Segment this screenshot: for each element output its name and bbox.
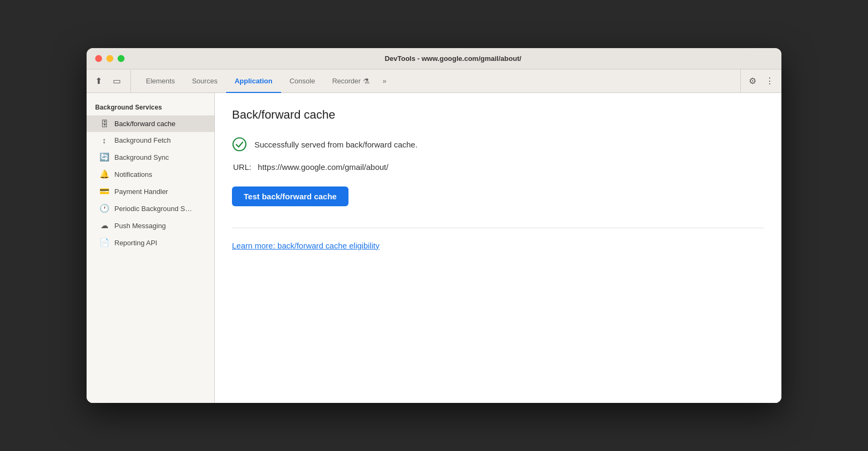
settings-button[interactable]: ⚙ bbox=[745, 74, 760, 89]
sync-icon: 🔄 bbox=[99, 152, 109, 162]
test-cache-button[interactable]: Test back/forward cache bbox=[232, 186, 348, 206]
url-label: URL: bbox=[233, 162, 251, 172]
tab-elements[interactable]: Elements bbox=[137, 70, 183, 93]
recorder-label: Recorder bbox=[332, 77, 360, 85]
bell-icon: 🔔 bbox=[99, 169, 109, 179]
sidebar-item-back-forward-cache[interactable]: 🗄 Back/forward cache bbox=[87, 115, 214, 132]
sidebar-label-back-forward-cache: Back/forward cache bbox=[114, 120, 175, 128]
more-tabs-button[interactable]: » bbox=[378, 69, 391, 92]
content-title: Back/forward cache bbox=[232, 108, 764, 122]
sidebar-item-push-messaging[interactable]: ☁ Push Messaging bbox=[87, 217, 214, 234]
content-panel: Back/forward cache Successfully served f… bbox=[215, 93, 781, 403]
success-check-icon bbox=[232, 137, 247, 152]
success-row: Successfully served from back/forward ca… bbox=[232, 137, 764, 152]
tabs-bar: Elements Sources Application Console Rec… bbox=[137, 69, 740, 92]
cursor-icon: ⬆ bbox=[95, 76, 102, 86]
device-icon: ▭ bbox=[113, 76, 121, 86]
cursor-icon-button[interactable]: ⬆ bbox=[91, 74, 106, 89]
tab-console[interactable]: Console bbox=[281, 70, 324, 93]
traffic-lights bbox=[95, 55, 125, 62]
sidebar-item-background-fetch[interactable]: ↕ Background Fetch bbox=[87, 132, 214, 149]
learn-more-link[interactable]: Learn more: back/forward cache eligibili… bbox=[232, 241, 379, 250]
sidebar-item-background-sync[interactable]: 🔄 Background Sync bbox=[87, 149, 214, 166]
device-toggle-button[interactable]: ▭ bbox=[109, 74, 124, 89]
sidebar-label-reporting-api: Reporting API bbox=[114, 239, 157, 247]
toolbar: ⬆ ▭ Elements Sources Application Console… bbox=[87, 69, 781, 93]
sidebar-item-reporting-api[interactable]: 📄 Reporting API bbox=[87, 234, 214, 251]
minimize-button[interactable] bbox=[106, 55, 113, 62]
url-value: https://www.google.com/gmail/about/ bbox=[258, 162, 388, 172]
sidebar-section-title: Background Services bbox=[87, 102, 214, 115]
toolbar-icons: ⬆ ▭ bbox=[91, 69, 131, 92]
sidebar-item-notifications[interactable]: 🔔 Notifications bbox=[87, 166, 214, 183]
cloud-icon: ☁ bbox=[99, 221, 109, 230]
window-title: DevTools - www.google.com/gmail/about/ bbox=[133, 55, 773, 63]
divider bbox=[232, 228, 764, 228]
sidebar-item-periodic-background-sync[interactable]: 🕐 Periodic Background S… bbox=[87, 200, 214, 217]
sidebar-label-payment-handler: Payment Handler bbox=[114, 188, 168, 196]
more-options-button[interactable]: ⋮ bbox=[762, 74, 777, 89]
url-row: URL: https://www.google.com/gmail/about/ bbox=[232, 162, 764, 172]
titlebar: DevTools - www.google.com/gmail/about/ bbox=[87, 48, 781, 69]
toolbar-right: ⚙ ⋮ bbox=[740, 69, 777, 92]
sidebar-label-push-messaging: Push Messaging bbox=[114, 222, 166, 230]
devtools-window: DevTools - www.google.com/gmail/about/ ⬆… bbox=[87, 48, 781, 403]
document-icon: 📄 bbox=[99, 238, 109, 247]
clock-icon: 🕐 bbox=[99, 204, 109, 213]
main-area: Background Services 🗄 Back/forward cache… bbox=[87, 93, 781, 403]
sidebar-label-periodic-background-sync: Periodic Background S… bbox=[114, 205, 192, 213]
flask-icon: ⚗ bbox=[363, 77, 370, 85]
maximize-button[interactable] bbox=[118, 55, 125, 62]
sidebar-label-background-sync: Background Sync bbox=[114, 153, 169, 161]
svg-point-0 bbox=[233, 138, 246, 151]
arrows-updown-icon: ↕ bbox=[99, 136, 109, 145]
tab-application[interactable]: Application bbox=[226, 70, 281, 93]
kebab-icon: ⋮ bbox=[765, 76, 774, 86]
sidebar: Background Services 🗄 Back/forward cache… bbox=[87, 93, 215, 403]
payment-icon: 💳 bbox=[99, 186, 109, 196]
sidebar-item-payment-handler[interactable]: 💳 Payment Handler bbox=[87, 183, 214, 200]
tab-recorder[interactable]: Recorder ⚗ bbox=[323, 70, 378, 93]
tab-sources[interactable]: Sources bbox=[183, 70, 226, 93]
database-icon: 🗄 bbox=[99, 119, 109, 128]
sidebar-label-notifications: Notifications bbox=[114, 170, 152, 178]
close-button[interactable] bbox=[95, 55, 102, 62]
success-message: Successfully served from back/forward ca… bbox=[254, 140, 417, 149]
gear-icon: ⚙ bbox=[749, 76, 756, 86]
sidebar-label-background-fetch: Background Fetch bbox=[114, 136, 171, 144]
